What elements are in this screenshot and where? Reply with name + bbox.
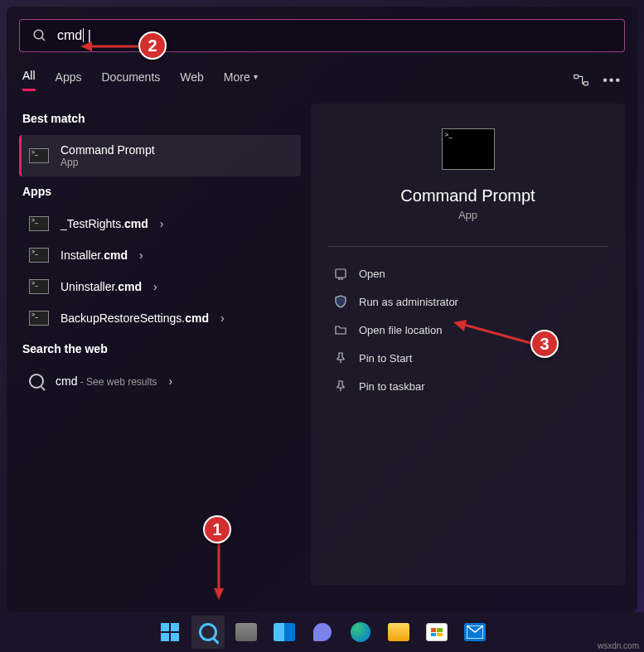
result-title: Command Prompt xyxy=(61,143,291,157)
cmd-icon xyxy=(29,248,49,263)
svg-rect-2 xyxy=(574,75,579,78)
app-thumbnail xyxy=(442,128,495,170)
cmd-icon xyxy=(29,216,49,231)
best-match-label: Best match xyxy=(22,112,298,125)
app-result[interactable]: Uninstaller.cmd › xyxy=(19,271,301,302)
chevron-right-icon[interactable]: › xyxy=(169,374,173,388)
app-result[interactable]: BackupRestoreSettings.cmd › xyxy=(19,302,301,334)
svg-marker-6 xyxy=(214,588,224,600)
app-result[interactable]: Installer.cmd › xyxy=(19,239,301,271)
open-icon xyxy=(334,267,347,280)
annotation-3: 3 xyxy=(530,330,559,358)
result-title: Installer.cmd xyxy=(61,249,128,262)
action-open[interactable]: Open xyxy=(327,259,608,287)
taskbar-explorer[interactable] xyxy=(382,616,415,649)
search-icon xyxy=(29,374,44,389)
divider xyxy=(327,246,608,247)
app-result[interactable]: _TestRights.cmd › xyxy=(19,208,301,239)
apps-label: Apps xyxy=(22,185,298,198)
results-column: Best match Command Prompt App Apps _Test… xyxy=(19,104,301,585)
taskbar-edge[interactable] xyxy=(344,616,377,649)
annotation-1: 1 xyxy=(203,515,231,543)
chevron-right-icon[interactable]: › xyxy=(139,249,143,262)
annotation-2: 2 xyxy=(138,31,167,60)
taskbar-mail[interactable] xyxy=(458,616,491,649)
folder-icon xyxy=(334,323,347,336)
search-panel: cmd All Apps Documents Web More▾ ••• Bes… xyxy=(7,7,637,612)
result-title: _TestRights.cmd xyxy=(61,217,148,230)
taskbar-store[interactable] xyxy=(420,616,453,649)
chevron-right-icon[interactable]: › xyxy=(160,217,164,230)
taskbar-taskview[interactable] xyxy=(230,616,263,649)
tab-documents[interactable]: Documents xyxy=(101,70,160,90)
tab-all[interactable]: All xyxy=(22,69,36,91)
shield-icon xyxy=(334,295,347,308)
taskbar xyxy=(0,612,644,652)
tab-apps[interactable]: Apps xyxy=(56,70,82,90)
watermark: wsxdn.com xyxy=(598,641,639,650)
detail-title: Command Prompt xyxy=(400,186,535,205)
chevron-down-icon: ▾ xyxy=(254,72,258,81)
result-title: Uninstaller.cmd xyxy=(61,280,142,293)
action-label: Pin to Start xyxy=(359,352,412,365)
pin-icon xyxy=(334,379,347,393)
flow-icon[interactable] xyxy=(573,73,589,88)
action-label: Open xyxy=(359,268,385,280)
pin-icon xyxy=(334,351,347,365)
svg-point-0 xyxy=(34,30,43,39)
chevron-right-icon[interactable]: › xyxy=(153,280,157,293)
action-pin-start[interactable]: Pin to Start xyxy=(327,344,608,372)
arrow-2 xyxy=(79,40,141,53)
filter-tabs: All Apps Documents Web More▾ ••• xyxy=(19,69,625,104)
cmd-icon xyxy=(29,148,49,163)
svg-line-9 xyxy=(464,325,530,343)
tab-web[interactable]: Web xyxy=(180,70,204,90)
taskbar-start[interactable] xyxy=(153,616,186,649)
search-icon xyxy=(32,28,47,43)
taskbar-search[interactable] xyxy=(191,616,225,649)
web-label: Search the web xyxy=(22,342,298,355)
web-result[interactable]: cmd - See web results › xyxy=(19,365,301,397)
taskbar-widgets[interactable] xyxy=(268,616,301,649)
action-label: Open file location xyxy=(359,324,442,336)
action-run-admin[interactable]: Run as administrator xyxy=(327,287,608,316)
svg-marker-8 xyxy=(80,41,92,51)
svg-marker-10 xyxy=(453,320,467,331)
svg-line-1 xyxy=(41,37,45,41)
detail-type: App xyxy=(458,209,477,221)
svg-rect-4 xyxy=(336,269,346,278)
arrow-3 xyxy=(452,318,535,348)
cmd-icon xyxy=(29,279,49,294)
more-icon[interactable]: ••• xyxy=(603,73,622,88)
action-label: Run as administrator xyxy=(359,296,458,308)
action-pin-taskbar[interactable]: Pin to taskbar xyxy=(327,372,608,400)
taskbar-chat[interactable] xyxy=(306,616,339,649)
svg-rect-3 xyxy=(584,81,588,85)
result-title: cmd - See web results xyxy=(56,374,157,388)
arrow-1 xyxy=(212,543,229,601)
result-subtitle: App xyxy=(61,157,291,168)
cmd-icon xyxy=(29,311,49,326)
tab-more[interactable]: More▾ xyxy=(224,70,258,90)
action-label: Pin to taskbar xyxy=(359,380,425,393)
chevron-right-icon[interactable]: › xyxy=(220,312,225,325)
best-match-result[interactable]: Command Prompt App xyxy=(19,135,301,176)
result-title: BackupRestoreSettings.cmd xyxy=(61,312,209,325)
